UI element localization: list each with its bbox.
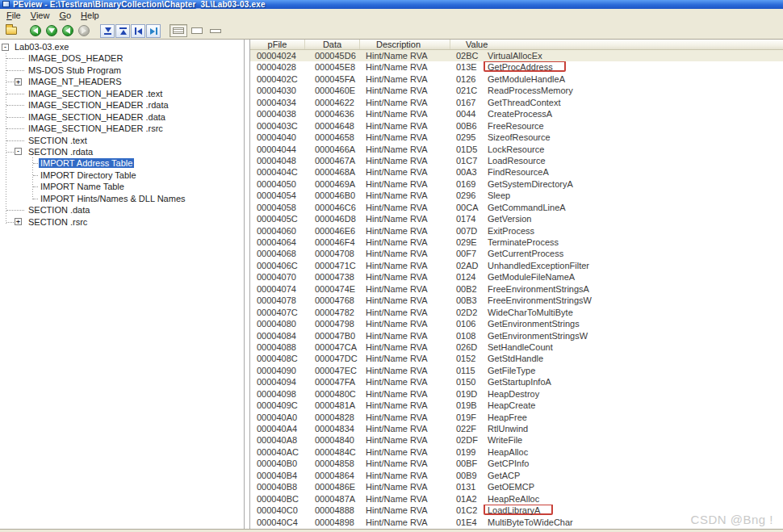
tree-item[interactable]: IMPORT Address Table (0, 157, 244, 169)
table-row[interactable]: 000040A4 00004834 Hint/Name RVA 022F Rtl… (250, 423, 783, 434)
tree-connector-dash (6, 105, 24, 106)
nav-forward-button[interactable] (76, 23, 91, 38)
cell-data: 000047FA (305, 376, 360, 387)
table-row[interactable]: 00004028 000045E8 Hint/Name RVA 013E Get… (250, 61, 783, 73)
tree-item[interactable]: IMAGE_SECTION_HEADER .rdata (0, 99, 244, 111)
table-row[interactable]: 00004058 000046C6 Hint/Name RVA 00CA Get… (250, 202, 783, 213)
tree-item[interactable]: MS-DOS Stub Program (0, 65, 244, 76)
table-row[interactable]: 00004094 000047FA Hint/Name RVA 0150 Get… (250, 376, 783, 387)
view-medium-button[interactable] (188, 24, 206, 37)
open-file-button[interactable] (3, 23, 19, 38)
cell-description: Hint/Name RVA (360, 388, 450, 400)
table-row[interactable]: 00004064 000046F4 Hint/Name RVA 029E Ter… (250, 237, 783, 248)
tree-item[interactable]: IMPORT Directory Table (0, 170, 244, 181)
tree-connector-dash (6, 140, 24, 141)
cell-description: Hint/Name RVA (360, 61, 450, 73)
table-row[interactable]: 00004078 00004768 Hint/Name RVA 00B3 Fre… (250, 295, 783, 306)
table-row[interactable]: 0000406C 0000471C Hint/Name RVA 02AD Unh… (250, 260, 783, 271)
table-row[interactable]: 00004080 00004798 Hint/Name RVA 0106 Get… (250, 318, 783, 329)
cell-value: 00B6 FreeResource (450, 120, 783, 132)
cell-data: 0000460E (305, 85, 360, 96)
table-row[interactable]: 00004040 00004658 Hint/Name RVA 0295 Siz… (250, 132, 783, 143)
table-row[interactable]: 00004084 000047B0 Hint/Name RVA 0108 Get… (250, 330, 783, 341)
tree-item[interactable]: IMPORT Hints/Names & DLL Names (0, 193, 244, 204)
cell-description: Hint/Name RVA (360, 271, 450, 283)
table-row[interactable]: 000040A0 00004828 Hint/Name RVA 019F Hea… (250, 412, 783, 423)
table-row[interactable]: 0000405C 000046D8 Hint/Name RVA 0174 Get… (250, 213, 783, 224)
table-row[interactable]: 000040AC 0000484C Hint/Name RVA 0199 Hea… (250, 446, 783, 458)
table-row[interactable]: 000040B8 0000486E Hint/Name RVA 0131 Get… (250, 481, 783, 492)
nav-back-button[interactable] (27, 23, 43, 38)
function-name: GetSystemDirectoryA (488, 178, 573, 190)
cell-value: 0115 GetFileType (450, 365, 783, 376)
goto-first-button[interactable] (100, 24, 115, 38)
tree-expand-toggle-icon[interactable]: + (15, 78, 22, 86)
table-row[interactable]: 0000407C 00004782 Hint/Name RVA 02D2 Wid… (250, 307, 783, 318)
menu-item[interactable]: Help (76, 10, 104, 22)
hint-value: 0169 (456, 178, 480, 190)
table-row[interactable]: 00004060 000046E6 Hint/Name RVA 007D Exi… (250, 225, 783, 237)
table-row[interactable]: 000040BC 0000487A Hint/Name RVA 01A2 Hea… (250, 493, 783, 505)
menu-item[interactable]: File (2, 10, 26, 22)
goto-prev-item-button[interactable] (131, 24, 145, 38)
tree-item-label: Lab03-03.exe (13, 42, 70, 52)
tree-item[interactable]: IMAGE_DOS_HEADER (0, 52, 244, 64)
table-row[interactable]: 0000408C 000047DC Hint/Name RVA 0152 Get… (250, 353, 783, 364)
tree-item[interactable]: SECTION .data (0, 204, 244, 216)
view-box-icon (210, 29, 221, 33)
cell-description: Hint/Name RVA (360, 144, 450, 155)
table-row[interactable]: 0000409C 0000481A Hint/Name RVA 019B Hea… (250, 400, 783, 411)
table-row[interactable]: 00004044 0000466A Hint/Name RVA 01D5 Loc… (250, 144, 783, 155)
nav-prev-button[interactable] (60, 23, 75, 38)
tree-item[interactable]: IMAGE_SECTION_HEADER .rsrc (0, 123, 244, 134)
tree-expand-toggle-icon[interactable]: + (15, 218, 22, 225)
goto-last-button[interactable] (115, 24, 130, 38)
menu-item[interactable]: View (26, 10, 55, 22)
tree-item[interactable]: SECTION .text (0, 135, 244, 146)
title-bar: PEview - E:\Test\ran\BinaryCollection\Ch… (0, 0, 783, 9)
hint-value: 00CA (456, 202, 480, 213)
nav-down-button[interactable] (44, 23, 59, 38)
table-row[interactable]: 00004074 0000474E Hint/Name RVA 00B2 Fre… (250, 283, 783, 295)
goto-next-item-button[interactable] (146, 24, 161, 38)
cell-data: 000045FA (305, 73, 360, 85)
table-row[interactable]: 00004034 00004622 Hint/Name RVA 0167 Get… (250, 97, 783, 108)
function-name: FreeEnvironmentStringsA (488, 283, 589, 295)
cell-value: 01D5 LockResource (450, 144, 783, 155)
cell-pfile: 000040B4 (250, 470, 305, 481)
table-row[interactable]: 00004038 00004636 Hint/Name RVA 0044 Cre… (250, 108, 783, 119)
table-row[interactable]: 00004090 000047EC Hint/Name RVA 0115 Get… (250, 365, 783, 376)
cell-description: Hint/Name RVA (360, 120, 450, 132)
tree-expand-toggle-icon[interactable]: - (2, 44, 9, 51)
tree-expand-toggle-icon[interactable]: - (15, 148, 22, 155)
tree-item[interactable]: IMAGE_SECTION_HEADER .text (0, 88, 244, 99)
cell-data: 00004648 (305, 120, 360, 132)
table-row[interactable]: 00004070 00004738 Hint/Name RVA 0124 Get… (250, 271, 783, 283)
table-row[interactable]: 000040B0 00004858 Hint/Name RVA 00BF Get… (250, 458, 783, 469)
table-row[interactable]: 00004088 000047CA Hint/Name RVA 026D Set… (250, 341, 783, 353)
tree-item[interactable]: IMPORT Name Table (0, 181, 244, 192)
cell-data: 00004798 (305, 318, 360, 329)
table-row[interactable]: 000040B4 00004864 Hint/Name RVA 00B9 Get… (250, 470, 783, 481)
view-raw-button[interactable] (170, 24, 187, 37)
table-row[interactable]: 00004030 0000460E Hint/Name RVA 021C Rea… (250, 85, 783, 96)
view-compact-button[interactable] (207, 24, 224, 37)
table-row[interactable]: 0000404C 0000468A Hint/Name RVA 00A3 Fin… (250, 166, 783, 178)
table-row[interactable]: 0000403C 00004648 Hint/Name RVA 00B6 Fre… (250, 120, 783, 132)
tree-item[interactable]: + IMAGE_NT_HEADERS (0, 76, 244, 87)
table-row[interactable]: 00004050 0000469A Hint/Name RVA 0169 Get… (250, 178, 783, 190)
table-row[interactable]: 0000402C 000045FA Hint/Name RVA 0126 Get… (250, 73, 783, 85)
table-row[interactable]: 00004054 000046B0 Hint/Name RVA 0296 Sle… (250, 190, 783, 201)
table-row[interactable]: 00004068 00004708 Hint/Name RVA 00F7 Get… (250, 248, 783, 259)
tree-item[interactable]: - Lab03-03.exe (0, 41, 244, 52)
cell-value: 0199 HeapAlloc (450, 446, 783, 458)
table-row[interactable]: 00004048 0000467A Hint/Name RVA 01C7 Loa… (250, 155, 783, 166)
tree-item[interactable]: + SECTION .rsrc (0, 216, 244, 228)
table-row[interactable]: 00004024 000045D6 Hint/Name RVA 02BC Vir… (250, 50, 783, 61)
tree-item[interactable]: - SECTION .rdata (0, 146, 244, 157)
tree-item[interactable]: IMAGE_SECTION_HEADER .data (0, 111, 244, 123)
menu-item[interactable]: Go (54, 10, 76, 22)
table-row[interactable]: 000040A8 00004840 Hint/Name RVA 02DF Wri… (250, 434, 783, 446)
table-row[interactable]: 00004098 0000480C Hint/Name RVA 019D Hea… (250, 388, 783, 400)
function-name: GetStdHandle (488, 353, 543, 364)
